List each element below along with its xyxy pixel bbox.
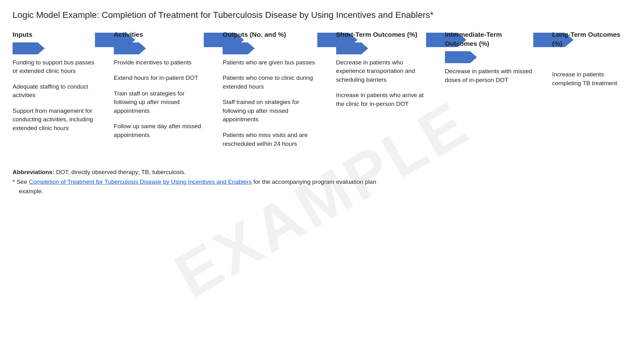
- footnote-suffix: for the accompanying program evaluation …: [252, 178, 376, 185]
- activities-column: Activities Provide incentives to patient…: [114, 30, 204, 146]
- intermediate-column: Intermediate-Term Outcomes (%) Decrease …: [445, 30, 533, 91]
- output-item-3: Staff trained on strategies for followin…: [223, 98, 317, 124]
- long-term-header: Long-Term Outcomes (%): [552, 30, 631, 48]
- footnote-indent: example.: [19, 187, 631, 196]
- activity-item-4: Follow up same day after missed appointm…: [114, 122, 204, 139]
- short-term-arrow: [336, 42, 426, 54]
- output-item-1: Patients who are given bus passes: [223, 58, 317, 67]
- footnote-link[interactable]: Completion of Treatment for Tuberculosis…: [29, 178, 252, 185]
- intermediate-content: Decrease in patients with missed doses o…: [445, 67, 533, 91]
- long-term-column: Long-Term Outcomes (%) Increase in patie…: [552, 30, 631, 94]
- activities-content: Provide incentives to patients Extend ho…: [114, 58, 204, 146]
- arrow-5: [533, 30, 552, 47]
- abbreviations-line: Abbreviations: DOT, directly observed th…: [13, 167, 631, 177]
- output-item-4: Patients who miss visits and are resched…: [223, 131, 317, 148]
- inputs-content: Funding to support bus passes or extende…: [13, 58, 95, 140]
- inputs-column: Inputs Funding to support bus passes or …: [13, 30, 95, 139]
- short-term-column: Short-Term Outcomes (%) Decrease in pati…: [336, 30, 426, 115]
- footnote-prefix: * See: [13, 178, 29, 185]
- outputs-content: Patients who are given bus passes Patien…: [223, 58, 317, 155]
- outputs-column: Outputs (No. and %) Patients who are giv…: [223, 30, 317, 155]
- intermediate-arrow: [445, 51, 533, 63]
- input-item-3: Support from management for conducting a…: [13, 107, 95, 133]
- outputs-header: Outputs (No. and %): [223, 30, 317, 39]
- activity-item-3: Train staff on strategies for following …: [114, 89, 204, 115]
- long-term-item-1: Increase in patients completing TB treat…: [552, 70, 631, 87]
- short-term-header: Short-Term Outcomes (%): [336, 30, 426, 39]
- page-title: Logic Model Example: Completion of Treat…: [13, 9, 631, 21]
- inputs-header: Inputs: [13, 30, 95, 39]
- abbrev-label: Abbreviations:: [13, 169, 54, 175]
- short-item-1: Decrease in patients who experience tran…: [336, 58, 426, 84]
- activities-header: Activities: [114, 30, 204, 39]
- short-item-2: Increase in patients who arrive at the c…: [336, 91, 426, 108]
- long-term-content: Increase in patients completing TB treat…: [552, 70, 631, 94]
- arrow-2: [204, 30, 223, 47]
- activity-item-2: Extend hours for in-patient DOT: [114, 74, 204, 82]
- input-item-1: Funding to support bus passes or extende…: [13, 58, 95, 75]
- input-item-2: Adequate staffing to conduct activities: [13, 82, 95, 100]
- output-item-2: Patients who come to clinic during exten…: [223, 74, 317, 91]
- arrow-4: [426, 30, 445, 47]
- abbrev-text: DOT, directly observed therapy; TB, tube…: [54, 169, 186, 175]
- logic-model-grid: Inputs Funding to support bus passes or …: [13, 30, 631, 155]
- footnote-line: * See Completion of Treatment for Tuberc…: [13, 177, 631, 187]
- outputs-arrow: [223, 42, 317, 54]
- inputs-arrow: [13, 42, 95, 54]
- intermediate-item-1: Decrease in patients with missed doses o…: [445, 67, 533, 84]
- intermediate-header: Intermediate-Term Outcomes (%): [445, 30, 533, 48]
- arrow-3: [317, 30, 336, 47]
- short-term-content: Decrease in patients who experience tran…: [336, 58, 426, 115]
- activity-item-1: Provide incentives to patients: [114, 58, 204, 67]
- footer: Abbreviations: DOT, directly observed th…: [13, 167, 631, 196]
- activities-arrow: [114, 42, 204, 54]
- arrow-1: [95, 30, 114, 47]
